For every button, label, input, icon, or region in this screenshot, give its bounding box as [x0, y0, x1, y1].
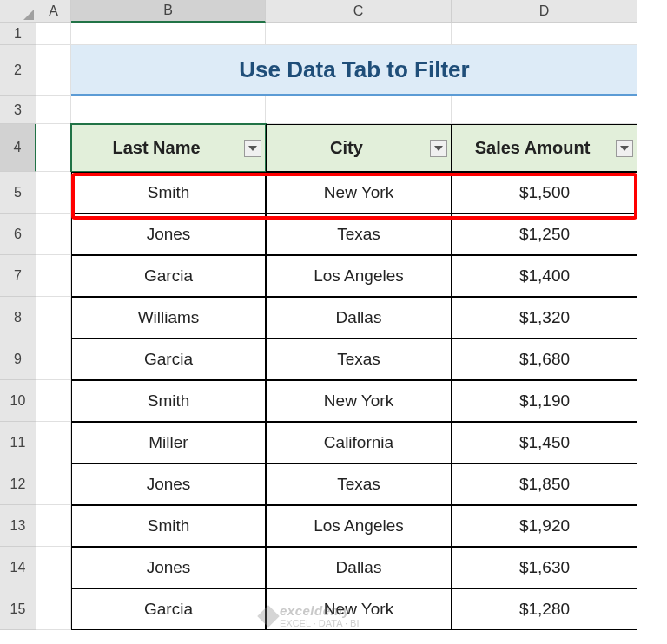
cell-D9[interactable]: $1,680: [452, 338, 637, 380]
cell-A10[interactable]: [36, 380, 71, 422]
cell-B6[interactable]: Jones: [71, 214, 266, 255]
table-header-lastname[interactable]: Last Name: [71, 124, 266, 172]
cell-C10[interactable]: New York: [266, 380, 452, 422]
cell-B7[interactable]: Garcia: [71, 255, 266, 297]
cell-C8[interactable]: Dallas: [266, 297, 452, 338]
cell-D7[interactable]: $1,400: [452, 255, 637, 297]
cell-C14[interactable]: Dallas: [266, 547, 452, 588]
chevron-down-icon: [620, 146, 629, 151]
cell-C7[interactable]: Los Angeles: [266, 255, 452, 297]
cell-A14[interactable]: [36, 547, 71, 588]
spreadsheet-grid: A B C D 1 2 Use Data Tab to Filter 3 4 L…: [0, 0, 667, 630]
chevron-down-icon: [434, 146, 443, 151]
cell-A5[interactable]: [36, 172, 71, 214]
row-header-8[interactable]: 8: [0, 297, 36, 338]
cell-D12[interactable]: $1,850: [452, 463, 637, 505]
row-header-4[interactable]: 4: [0, 124, 36, 172]
cell-B14[interactable]: Jones: [71, 547, 266, 588]
cell-D5[interactable]: $1,500: [452, 172, 637, 214]
cell-D15[interactable]: $1,280: [452, 588, 637, 630]
row-header-13[interactable]: 13: [0, 505, 36, 547]
filter-button-lastname[interactable]: [244, 140, 261, 157]
row-header-10[interactable]: 10: [0, 380, 36, 422]
cell-D6[interactable]: $1,250: [452, 214, 637, 255]
cell-A11[interactable]: [36, 422, 71, 463]
cell-A2[interactable]: [36, 45, 71, 96]
cell-B3[interactable]: [71, 96, 266, 124]
cell-A8[interactable]: [36, 297, 71, 338]
table-header-sales[interactable]: Sales Amount: [452, 124, 637, 172]
cell-B15[interactable]: Garcia: [71, 588, 266, 630]
cell-A12[interactable]: [36, 463, 71, 505]
cell-B9[interactable]: Garcia: [71, 338, 266, 380]
header-label: Sales Amount: [475, 138, 591, 158]
cell-D11[interactable]: $1,450: [452, 422, 637, 463]
col-header-B[interactable]: B: [71, 0, 266, 23]
cell-C3[interactable]: [266, 96, 452, 124]
table-header-city[interactable]: City: [266, 124, 452, 172]
cell-B8[interactable]: Williams: [71, 297, 266, 338]
chevron-down-icon: [248, 146, 257, 151]
header-label: City: [330, 138, 363, 158]
row-header-14[interactable]: 14: [0, 547, 36, 588]
row-header-12[interactable]: 12: [0, 463, 36, 505]
cell-C1[interactable]: [266, 23, 452, 45]
header-label: Last Name: [112, 138, 200, 158]
cell-D8[interactable]: $1,320: [452, 297, 637, 338]
cell-B11[interactable]: Miller: [71, 422, 266, 463]
cell-D1[interactable]: [452, 23, 637, 45]
select-all-corner[interactable]: [0, 0, 36, 23]
cell-A15[interactable]: [36, 588, 71, 630]
row-header-9[interactable]: 9: [0, 338, 36, 380]
cell-C12[interactable]: Texas: [266, 463, 452, 505]
watermark-text: exceldemy EXCEL · DATA · BI: [280, 603, 360, 628]
cell-B5[interactable]: Smith: [71, 172, 266, 214]
row-header-7[interactable]: 7: [0, 255, 36, 297]
row-header-1[interactable]: 1: [0, 23, 36, 45]
cell-A4[interactable]: [36, 124, 71, 172]
cell-B10[interactable]: Smith: [71, 380, 266, 422]
col-header-C[interactable]: C: [266, 0, 452, 23]
row-header-11[interactable]: 11: [0, 422, 36, 463]
cell-A6[interactable]: [36, 214, 71, 255]
row-header-6[interactable]: 6: [0, 214, 36, 255]
title-cell[interactable]: Use Data Tab to Filter: [71, 45, 637, 96]
cell-A1[interactable]: [36, 23, 71, 45]
row-header-5[interactable]: 5: [0, 172, 36, 214]
cell-C9[interactable]: Texas: [266, 338, 452, 380]
cell-D13[interactable]: $1,920: [452, 505, 637, 547]
filter-button-sales[interactable]: [616, 140, 633, 157]
watermark: exceldemy EXCEL · DATA · BI: [261, 603, 360, 628]
cell-A13[interactable]: [36, 505, 71, 547]
cell-D10[interactable]: $1,190: [452, 380, 637, 422]
cell-A7[interactable]: [36, 255, 71, 297]
cell-C13[interactable]: Los Angeles: [266, 505, 452, 547]
row-header-15[interactable]: 15: [0, 588, 36, 630]
cell-C11[interactable]: California: [266, 422, 452, 463]
row-header-2[interactable]: 2: [0, 45, 36, 96]
cell-D3[interactable]: [452, 96, 637, 124]
watermark-logo-icon: [257, 605, 279, 627]
cell-B13[interactable]: Smith: [71, 505, 266, 547]
cell-A3[interactable]: [36, 96, 71, 124]
cell-C5[interactable]: New York: [266, 172, 452, 214]
cell-C6[interactable]: Texas: [266, 214, 452, 255]
cell-D14[interactable]: $1,630: [452, 547, 637, 588]
cell-A9[interactable]: [36, 338, 71, 380]
row-header-3[interactable]: 3: [0, 96, 36, 124]
cell-B12[interactable]: Jones: [71, 463, 266, 505]
col-header-A[interactable]: A: [36, 0, 71, 23]
filter-button-city[interactable]: [430, 140, 447, 157]
cell-B1[interactable]: [71, 23, 266, 45]
col-header-D[interactable]: D: [452, 0, 637, 23]
